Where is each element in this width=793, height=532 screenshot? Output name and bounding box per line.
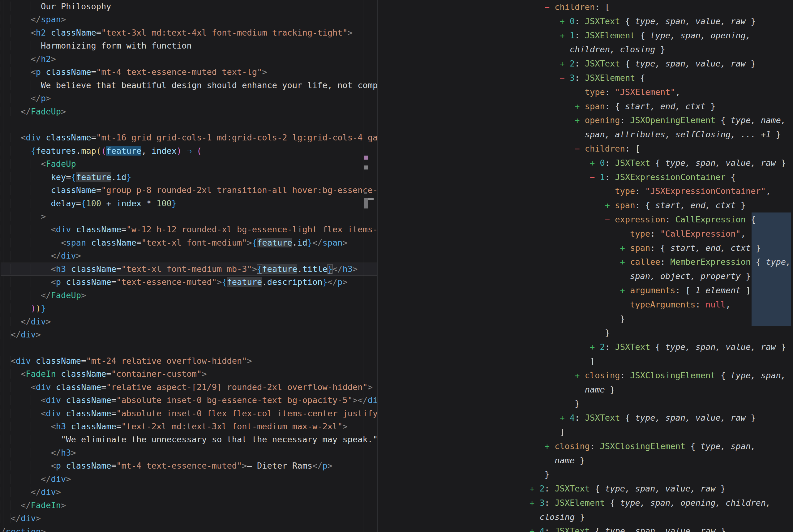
expand-icon[interactable]: +: [590, 158, 600, 168]
expand-icon[interactable]: +: [575, 370, 585, 380]
code-line[interactable]: </h3>: [1, 446, 377, 459]
code-line[interactable]: <h2 className="text-3xl md:text-4xl font…: [1, 26, 377, 39]
ast-row[interactable]: }: [529, 326, 791, 340]
ast-row[interactable]: }: [529, 397, 791, 411]
code-line[interactable]: key={feature.id}: [1, 171, 377, 184]
code-line[interactable]: <h3 className="text-2xl md:text-3xl font…: [1, 420, 377, 433]
code-line[interactable]: </FadeIn>: [1, 499, 377, 512]
ast-row[interactable]: ]: [529, 425, 791, 439]
code-line[interactable]: <div className="mt-16 grid grid-cols-1 m…: [1, 131, 377, 144]
expand-icon[interactable]: +: [560, 16, 570, 26]
ast-row[interactable]: type: "JSXExpressionContainer",: [529, 184, 791, 198]
code-line[interactable]: <FadeIn className="container-custom">: [1, 367, 377, 380]
expand-icon[interactable]: +: [620, 257, 630, 267]
code-line[interactable]: <div className="relative aspect-[21/9] r…: [1, 381, 377, 394]
code-line[interactable]: </div>: [1, 249, 377, 262]
code-line[interactable]: ))}: [1, 302, 377, 315]
code-line[interactable]: We believe that beautiful design should …: [1, 79, 377, 92]
expand-icon[interactable]: +: [605, 201, 615, 210]
ast-row[interactable]: span, object, property }: [529, 269, 791, 283]
expand-icon[interactable]: +: [590, 342, 600, 352]
code-line[interactable]: Our Philosophy: [1, 0, 377, 13]
ast-row[interactable]: name }: [529, 383, 791, 397]
code-line[interactable]: <div className="absolute inset-0 bg-esse…: [1, 394, 377, 407]
code-line[interactable]: </div>: [1, 486, 377, 499]
code-line[interactable]: [1, 341, 377, 354]
ast-row[interactable]: + span: { start, end, ctxt }: [529, 99, 791, 114]
expand-icon[interactable]: +: [529, 498, 540, 508]
collapse-icon[interactable]: −: [560, 73, 570, 82]
code-line[interactable]: >: [1, 210, 377, 223]
ast-row[interactable]: span, attributes, selfClosing, ... +1 }: [529, 128, 791, 142]
ast-row[interactable]: closing }: [529, 510, 791, 524]
ast-row[interactable]: + 2: JSXText { type, span, value, raw }: [529, 57, 791, 71]
ast-row[interactable]: − children: [: [529, 142, 791, 156]
ast-row[interactable]: + 3: JSXElement { type, span, opening, c…: [529, 496, 791, 510]
expand-icon[interactable]: +: [620, 285, 630, 295]
expand-icon[interactable]: +: [560, 31, 570, 40]
ast-row[interactable]: }: [529, 467, 791, 481]
code-line[interactable]: </div>: [1, 473, 377, 486]
ast-row[interactable]: + 0: JSXText { type, span, value, raw }: [529, 14, 791, 28]
minimap-marker[interactable]: [368, 198, 374, 200]
code-line[interactable]: delay={100 + index * 100}: [1, 197, 377, 210]
code-line[interactable]: className="group p-8 rounded-2xl transit…: [1, 184, 377, 197]
ast-row[interactable]: + 4: JSXText { type, span, value, raw }: [529, 411, 791, 425]
code-line[interactable]: "We eliminate the unnecessary so that th…: [1, 433, 377, 446]
code-line-current[interactable]: <h3 className="text-xl font-medium mb-3"…: [1, 263, 377, 276]
code-line[interactable]: <p className="mt-4 text-essence-muted">—…: [1, 459, 377, 472]
expand-icon[interactable]: +: [620, 243, 630, 253]
code-line[interactable]: </h2>: [1, 53, 377, 65]
code-editor-pane[interactable]: Our Philosophy </span> <h2 className="te…: [0, 0, 377, 532]
ast-row[interactable]: − expression: CallExpression {: [529, 212, 791, 227]
expand-icon[interactable]: +: [560, 413, 570, 422]
ast-row[interactable]: + 0: JSXText { type, span, value, raw }: [529, 156, 791, 170]
ast-row[interactable]: type: "JSXElement",: [529, 85, 791, 99]
ast-row[interactable]: + arguments: [ 1 element ]: [529, 283, 791, 298]
ast-row[interactable]: − 3: JSXElement {: [529, 71, 791, 85]
ast-row[interactable]: name }: [529, 453, 791, 468]
minimap-marker[interactable]: [364, 192, 367, 194]
collapse-icon[interactable]: −: [545, 2, 555, 12]
code-line[interactable]: <span className="text-xl font-medium">{f…: [1, 236, 377, 249]
minimap[interactable]: [363, 0, 377, 532]
code-line[interactable]: </div>: [1, 328, 377, 341]
ast-row[interactable]: ]: [529, 354, 791, 368]
ast-row[interactable]: + closing: JSXClosingElement { type, spa…: [529, 439, 791, 453]
code-line[interactable]: Harmonizing form with function: [1, 39, 377, 52]
expand-icon[interactable]: +: [545, 441, 555, 451]
expand-icon[interactable]: +: [529, 484, 540, 493]
code-line[interactable]: /section>: [1, 525, 377, 532]
code-line[interactable]: </p>: [1, 92, 377, 105]
collapse-icon[interactable]: −: [590, 172, 600, 182]
code-line[interactable]: </FadeUp>: [1, 105, 377, 118]
ast-row[interactable]: + span: { start, end, ctxt }: [529, 198, 791, 212]
ast-row[interactable]: + 1: JSXElement { type, span, opening,: [529, 28, 791, 43]
expand-icon[interactable]: +: [575, 101, 585, 111]
ast-row[interactable]: − children: [: [529, 0, 791, 14]
code-line[interactable]: <p className="mt-4 text-essence-muted te…: [1, 65, 377, 79]
code-line[interactable]: <p className="text-essence-muted">{featu…: [1, 276, 377, 289]
ast-row[interactable]: }: [529, 312, 791, 326]
ast-row[interactable]: children, closing }: [529, 42, 791, 57]
code-line[interactable]: <div className="mt-24 relative overflow-…: [1, 355, 377, 367]
ast-row[interactable]: type: "CallExpression",: [529, 227, 791, 241]
collapse-icon[interactable]: −: [575, 144, 585, 153]
code-line[interactable]: <div className="w-12 h-12 rounded-xl bg-…: [1, 223, 377, 236]
code-line[interactable]: </div>: [1, 315, 377, 328]
ast-row[interactable]: + span: { start, end, ctxt }: [529, 241, 791, 255]
minimap-marker[interactable]: [364, 198, 368, 208]
code-line[interactable]: <FadeUp: [1, 157, 377, 170]
ast-row[interactable]: + 2: JSXText { type, span, value, raw }: [529, 481, 791, 496]
ast-row[interactable]: + callee: MemberExpression { type,: [529, 255, 791, 269]
code-line[interactable]: {features.map((feature, index) ⇒ (: [1, 145, 377, 157]
minimap-marker[interactable]: [364, 166, 368, 170]
code-line[interactable]: </div>: [1, 512, 377, 525]
expand-icon[interactable]: +: [560, 59, 570, 68]
ast-row[interactable]: + 4: JSXText { type, span, value, raw }: [529, 524, 791, 532]
ast-row[interactable]: + closing: JSXClosingElement { type, spa…: [529, 368, 791, 383]
expand-icon[interactable]: +: [575, 115, 585, 125]
code-line[interactable]: <div className="absolute inset-0 flex fl…: [1, 407, 377, 420]
ast-row[interactable]: typeArguments: null,: [529, 298, 791, 312]
ast-explorer-pane[interactable]: − children: [ + 0: JSXText { type, span,…: [378, 0, 793, 532]
